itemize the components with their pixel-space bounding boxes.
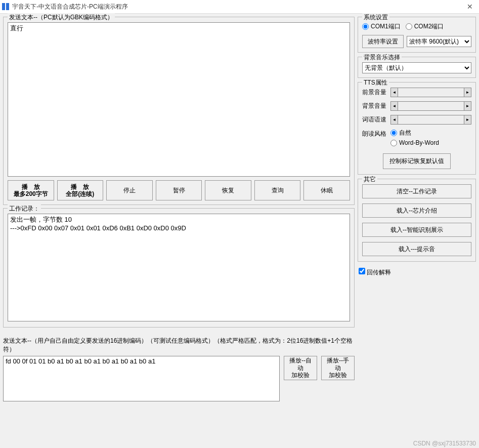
- bg-volume-slider[interactable]: ◄ ►: [390, 101, 471, 111]
- log-legend: 工作记录：: [8, 205, 41, 213]
- close-icon[interactable]: ✕: [463, 3, 477, 11]
- chevron-left-icon[interactable]: ◄: [391, 115, 398, 124]
- play-auto-check-button[interactable]: 播放--自动 加校验: [284, 356, 317, 380]
- fg-volume-slider[interactable]: ◄ ►: [390, 88, 471, 97]
- chevron-left-icon[interactable]: ◄: [391, 88, 398, 97]
- com2-radio[interactable]: COM2端口: [406, 22, 444, 31]
- bgm-group: 背景音乐选择 无背景（默认）: [358, 57, 476, 78]
- baud-select[interactable]: 波特率 9600(默认): [407, 36, 471, 47]
- log-group: 工作记录：: [3, 208, 355, 328]
- com1-radio[interactable]: COM1端口: [362, 22, 401, 31]
- other-legend: 其它: [362, 175, 377, 184]
- chevron-right-icon[interactable]: ►: [464, 88, 471, 97]
- send-text-group: 发送文本--（PC默认为GBK编码格式） 播 放 最多200字节 播 放 全部(…: [3, 17, 355, 205]
- load-smart-demo-button[interactable]: 载入--智能识别展示: [362, 223, 471, 237]
- baud-settings-button[interactable]: 波特率设置: [362, 35, 404, 48]
- fg-volume-label: 前景音量: [362, 88, 390, 97]
- svg-rect-1: [6, 3, 9, 10]
- sleep-button[interactable]: 休眠: [303, 180, 350, 200]
- clear-log-button[interactable]: 清空--工作记录: [362, 184, 471, 198]
- stop-button[interactable]: 停止: [106, 180, 153, 200]
- app-logo-icon: [2, 3, 9, 10]
- titlebar: 宇音天下-中文语音合成芯片-PC端演示程序 ✕: [0, 0, 479, 13]
- system-settings-legend: 系统设置: [362, 13, 389, 22]
- tts-legend: TTS属性: [362, 78, 389, 87]
- speed-slider[interactable]: ◄ ►: [390, 115, 471, 125]
- chevron-left-icon[interactable]: ◄: [391, 102, 398, 110]
- style-label: 朗读风格: [362, 129, 390, 138]
- bg-volume-label: 背景音量: [362, 102, 390, 110]
- other-group: 其它 清空--工作记录 载入--芯片介绍 载入--智能识别展示 载入---提示音: [358, 179, 476, 262]
- chevron-right-icon[interactable]: ►: [464, 115, 471, 124]
- style-wbw-radio[interactable]: Word-By-Word: [390, 139, 439, 146]
- bgm-select[interactable]: 无背景（默认）: [362, 62, 471, 73]
- play-manual-check-button[interactable]: 播放--手动 加校验: [321, 356, 355, 380]
- tts-group: TTS属性 前景音量 ◄ ► 背景音量 ◄ ► 词语语速: [358, 82, 476, 175]
- log-textarea[interactable]: [8, 214, 350, 321]
- reset-markers-button[interactable]: 控制标记恢复默认值: [383, 153, 451, 169]
- watermark: CSDN @sxj731533730: [413, 440, 476, 447]
- hex-legend: 发送文本--（用户自己自由定义要发送的16进制编码）（可测试任意编码格式）（格式…: [3, 337, 355, 354]
- svg-rect-0: [2, 3, 5, 10]
- send-text-legend: 发送文本--（PC默认为GBK编码格式）: [8, 13, 115, 22]
- bgm-legend: 背景音乐选择: [362, 53, 402, 62]
- window-title: 宇音天下-中文语音合成芯片-PC端演示程序: [12, 3, 463, 11]
- load-prompt-tone-button[interactable]: 载入---提示音: [362, 242, 471, 256]
- hex-input[interactable]: [3, 356, 280, 401]
- play-all-button[interactable]: 播 放 全部(连续): [57, 180, 104, 200]
- style-natural-radio[interactable]: 自然: [390, 129, 439, 137]
- send-text-input[interactable]: [8, 22, 350, 177]
- query-button[interactable]: 查询: [254, 180, 301, 200]
- load-chip-intro-button[interactable]: 载入--芯片介绍: [362, 203, 471, 218]
- resume-button[interactable]: 恢复: [205, 180, 251, 200]
- speed-label: 词语语速: [362, 115, 390, 124]
- echo-checkbox[interactable]: 回传解释: [359, 268, 391, 277]
- system-settings-group: 系统设置 COM1端口 COM2端口 波特率设置 波特率 9600(默认): [358, 17, 476, 53]
- play-200-button[interactable]: 播 放 最多200字节: [8, 180, 54, 200]
- chevron-right-icon[interactable]: ►: [464, 102, 471, 110]
- pause-button[interactable]: 暂停: [156, 180, 202, 200]
